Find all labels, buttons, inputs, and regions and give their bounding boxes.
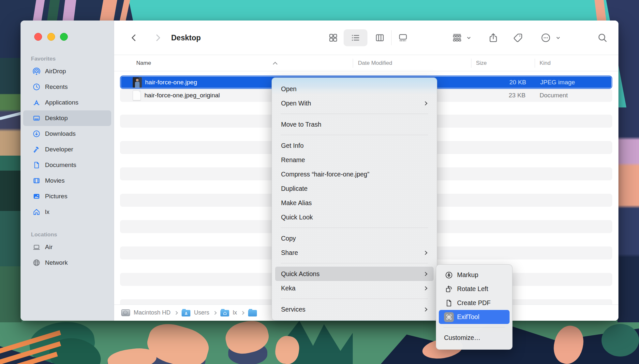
search-button[interactable] xyxy=(597,32,608,43)
sidebar-item-downloads[interactable]: Downloads xyxy=(23,126,111,142)
more-actions-button[interactable] xyxy=(540,32,551,43)
menu-item-make-alias[interactable]: Make Alias xyxy=(275,196,434,210)
submenu-item-label: ExifTool xyxy=(457,313,479,321)
share-button[interactable] xyxy=(488,32,499,43)
column-divider[interactable] xyxy=(353,59,353,68)
path-segment-macintosh-hd[interactable]: Macintosh HD xyxy=(134,309,171,316)
submenu-item-exiftool[interactable]: ExifTool xyxy=(439,310,510,324)
menu-item-duplicate[interactable]: Duplicate xyxy=(275,181,434,196)
submenu-chevron-icon xyxy=(423,272,427,276)
file-name: hair-force-one.jpeg_original xyxy=(144,92,220,99)
column-header-date-modified[interactable]: Date Modified xyxy=(358,60,392,66)
zoom-button[interactable] xyxy=(60,33,68,41)
minimize-button[interactable] xyxy=(47,33,55,41)
menu-item-open[interactable]: Open xyxy=(275,82,434,96)
close-button[interactable] xyxy=(34,33,42,41)
column-divider[interactable] xyxy=(535,59,535,68)
sidebar-item-label: Air xyxy=(45,244,52,251)
submenu-item-markup[interactable]: Markup xyxy=(439,268,510,282)
column-header-name[interactable]: Name xyxy=(136,60,151,66)
menu-item-compress[interactable]: Compress “hair-force-one.jpeg” xyxy=(275,167,434,181)
sidebar-item-air[interactable]: Air xyxy=(23,239,111,255)
path-segment-users[interactable]: Users xyxy=(194,309,209,316)
desktop-icon xyxy=(32,114,41,122)
sidebar-item-home[interactable]: lx xyxy=(23,204,111,220)
menu-item-label: Share xyxy=(281,249,298,257)
file-name: hair-force-one.jpeg xyxy=(145,79,197,86)
airdrop-icon xyxy=(32,67,41,76)
menu-item-services[interactable]: Services xyxy=(275,302,434,316)
folder-users-icon xyxy=(182,310,190,316)
menu-item-move-to-trash[interactable]: Move to Trash xyxy=(275,117,434,132)
menu-separator xyxy=(281,299,428,299)
menu-item-get-info[interactable]: Get Info xyxy=(275,138,434,153)
column-header-size[interactable]: Size xyxy=(476,60,487,66)
sidebar-item-label: Recents xyxy=(45,83,68,91)
menu-item-rename[interactable]: Rename xyxy=(275,153,434,167)
sidebar-item-label: Applications xyxy=(45,99,78,106)
menu-item-quick-look[interactable]: Quick Look xyxy=(275,210,434,224)
sidebar-item-label: Movies xyxy=(45,177,65,184)
folder-icon xyxy=(248,310,257,316)
sidebar-item-documents[interactable]: Documents xyxy=(23,157,111,173)
path-segment-home[interactable]: lx xyxy=(233,309,237,316)
tag-button[interactable] xyxy=(513,32,524,43)
document-icon xyxy=(32,161,41,169)
menu-item-keka[interactable]: Keka xyxy=(275,281,434,295)
menu-item-label: Services xyxy=(281,306,305,313)
sidebar-item-developer[interactable]: Developer xyxy=(23,142,111,157)
sidebar-item-label: Network xyxy=(45,259,68,266)
menu-item-copy[interactable]: Copy xyxy=(275,231,434,245)
file-size: 23 KB xyxy=(459,92,526,99)
icon-view-button[interactable] xyxy=(328,33,338,43)
group-chevron-icon[interactable] xyxy=(466,35,472,41)
submenu-item-rotate-left[interactable]: Rotate Left xyxy=(439,282,510,296)
list-view-button[interactable] xyxy=(350,33,361,43)
hammer-icon xyxy=(32,145,41,154)
menu-item-share[interactable]: Share xyxy=(275,245,434,260)
column-header-kind[interactable]: Kind xyxy=(540,60,551,66)
globe-icon xyxy=(32,259,41,267)
menu-item-label: Compress “hair-force-one.jpeg” xyxy=(281,171,369,178)
file-kind: JPEG image xyxy=(540,79,575,86)
clock-icon xyxy=(32,83,41,91)
menu-item-label: Quick Actions xyxy=(281,270,320,278)
menu-separator xyxy=(281,135,428,135)
laptop-icon xyxy=(32,243,41,251)
list-column-header: Name Date Modified Size Kind xyxy=(114,55,618,71)
markup-icon xyxy=(444,270,454,280)
menu-separator xyxy=(281,263,428,263)
sidebar-item-applications[interactable]: Applications xyxy=(23,95,111,110)
group-button[interactable] xyxy=(452,32,463,43)
document-file-icon xyxy=(133,91,141,101)
submenu-item-label: Create PDF xyxy=(457,299,491,307)
sidebar-item-airdrop[interactable]: AirDrop xyxy=(23,63,111,79)
sidebar-item-movies[interactable]: Movies xyxy=(23,173,111,189)
submenu-item-label: Customize… xyxy=(444,334,481,342)
wallpaper-shape xyxy=(602,324,639,357)
submenu-item-customize[interactable]: Customize… xyxy=(439,331,510,345)
menu-item-quick-actions[interactable]: Quick Actions xyxy=(275,267,434,281)
more-chevron-icon[interactable] xyxy=(555,35,561,41)
back-button[interactable] xyxy=(129,33,139,43)
sidebar-item-desktop[interactable]: Desktop xyxy=(23,110,111,126)
path-chevron-icon xyxy=(241,311,244,315)
submenu-item-create-pdf[interactable]: Create PDF xyxy=(439,296,510,310)
menu-item-label: Duplicate xyxy=(281,185,307,192)
submenu-item-label: Markup xyxy=(457,271,478,279)
forward-button[interactable] xyxy=(153,33,163,43)
wallpaper-shape xyxy=(617,107,639,322)
column-view-button[interactable] xyxy=(375,33,385,43)
sidebar-item-recents[interactable]: Recents xyxy=(23,79,111,95)
gallery-view-button[interactable] xyxy=(398,33,408,43)
sidebar-item-label: Developer xyxy=(45,146,73,153)
sidebar-item-network[interactable]: Network xyxy=(23,255,111,271)
menu-item-label: Quick Look xyxy=(281,214,313,221)
column-divider[interactable] xyxy=(471,59,471,68)
image-thumbnail xyxy=(133,77,142,88)
sidebar-item-label: lx xyxy=(45,208,50,216)
sidebar-item-pictures[interactable]: Pictures xyxy=(23,189,111,204)
rotate-left-icon xyxy=(444,284,454,294)
menu-item-open-with[interactable]: Open With xyxy=(275,96,434,110)
folder-home-icon xyxy=(220,310,229,316)
